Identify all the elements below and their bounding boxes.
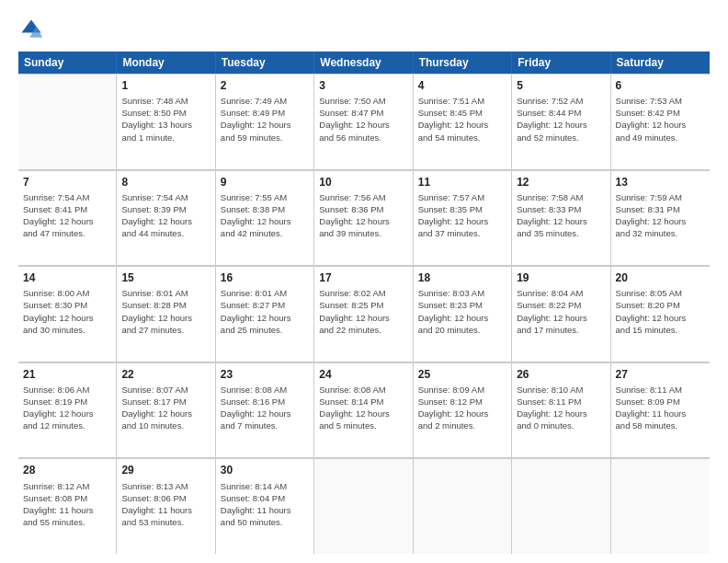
calendar-row-1: 7Sunrise: 7:54 AM Sunset: 8:41 PM Daylig…: [18, 170, 710, 267]
calendar-cell: [611, 458, 710, 554]
header: [18, 17, 710, 42]
calendar-cell: 5Sunrise: 7:52 AM Sunset: 8:44 PM Daylig…: [512, 74, 610, 169]
weekday-header-sunday: Sunday: [18, 52, 117, 74]
day-info: Sunrise: 8:01 AM Sunset: 8:27 PM Dayligh…: [221, 287, 309, 335]
calendar-cell: 16Sunrise: 8:01 AM Sunset: 8:27 PM Dayli…: [216, 266, 314, 362]
calendar-cell: 20Sunrise: 8:05 AM Sunset: 8:20 PM Dayli…: [611, 266, 710, 362]
day-info: Sunrise: 8:00 AM Sunset: 8:30 PM Dayligh…: [23, 287, 111, 335]
day-info: Sunrise: 7:51 AM Sunset: 8:45 PM Dayligh…: [418, 95, 506, 143]
weekday-header-friday: Friday: [512, 52, 610, 74]
calendar-cell: [512, 458, 610, 554]
day-number: 26: [517, 367, 605, 382]
day-info: Sunrise: 8:07 AM Sunset: 8:17 PM Dayligh…: [121, 384, 210, 431]
day-number: 24: [319, 367, 407, 382]
calendar-cell: 15Sunrise: 8:01 AM Sunset: 8:28 PM Dayli…: [117, 266, 215, 362]
day-info: Sunrise: 7:58 AM Sunset: 8:33 PM Dayligh…: [517, 191, 605, 239]
calendar-cell: 3Sunrise: 7:50 AM Sunset: 8:47 PM Daylig…: [314, 74, 413, 169]
calendar-cell: 14Sunrise: 8:00 AM Sunset: 8:30 PM Dayli…: [18, 266, 117, 362]
calendar-cell: 11Sunrise: 7:57 AM Sunset: 8:35 PM Dayli…: [414, 170, 512, 266]
day-info: Sunrise: 8:12 AM Sunset: 8:08 PM Dayligh…: [23, 480, 111, 528]
calendar: SundayMondayTuesdayWednesdayThursdayFrid…: [18, 52, 710, 554]
day-number: 2: [221, 78, 309, 93]
calendar-cell: 19Sunrise: 8:04 AM Sunset: 8:22 PM Dayli…: [512, 266, 610, 362]
calendar-body: 1Sunrise: 7:48 AM Sunset: 8:50 PM Daylig…: [18, 74, 710, 554]
day-number: 30: [221, 463, 309, 477]
day-number: 3: [319, 78, 407, 93]
day-number: 27: [616, 367, 705, 382]
calendar-cell: 23Sunrise: 8:08 AM Sunset: 8:16 PM Dayli…: [216, 362, 314, 458]
calendar-cell: 10Sunrise: 7:56 AM Sunset: 8:36 PM Dayli…: [314, 170, 413, 266]
calendar-row-3: 21Sunrise: 8:06 AM Sunset: 8:19 PM Dayli…: [18, 362, 710, 459]
calendar-cell: 28Sunrise: 8:12 AM Sunset: 8:08 PM Dayli…: [18, 458, 117, 554]
day-number: 5: [517, 78, 605, 93]
day-info: Sunrise: 7:52 AM Sunset: 8:44 PM Dayligh…: [517, 95, 605, 143]
calendar-row-2: 14Sunrise: 8:00 AM Sunset: 8:30 PM Dayli…: [18, 266, 710, 362]
day-info: Sunrise: 8:05 AM Sunset: 8:20 PM Dayligh…: [616, 287, 705, 335]
day-number: 21: [23, 367, 111, 382]
day-info: Sunrise: 7:49 AM Sunset: 8:49 PM Dayligh…: [221, 95, 309, 143]
calendar-cell: 24Sunrise: 8:08 AM Sunset: 8:14 PM Dayli…: [314, 362, 413, 458]
day-info: Sunrise: 7:56 AM Sunset: 8:36 PM Dayligh…: [319, 191, 407, 239]
day-number: 18: [418, 270, 506, 285]
calendar-cell: 8Sunrise: 7:54 AM Sunset: 8:39 PM Daylig…: [117, 170, 215, 266]
day-info: Sunrise: 8:04 AM Sunset: 8:22 PM Dayligh…: [517, 287, 605, 335]
day-info: Sunrise: 8:06 AM Sunset: 8:19 PM Dayligh…: [23, 384, 111, 431]
day-info: Sunrise: 8:01 AM Sunset: 8:28 PM Dayligh…: [121, 287, 210, 335]
calendar-cell: 13Sunrise: 7:59 AM Sunset: 8:31 PM Dayli…: [611, 170, 710, 266]
day-number: 7: [23, 175, 111, 190]
day-number: 17: [319, 270, 407, 285]
weekday-header-wednesday: Wednesday: [314, 52, 413, 74]
day-info: Sunrise: 8:09 AM Sunset: 8:12 PM Dayligh…: [418, 384, 506, 431]
logo: [18, 17, 48, 42]
day-number: 13: [616, 175, 705, 190]
day-info: Sunrise: 8:08 AM Sunset: 8:16 PM Dayligh…: [221, 384, 309, 431]
calendar-cell: 21Sunrise: 8:06 AM Sunset: 8:19 PM Dayli…: [18, 362, 117, 458]
day-info: Sunrise: 8:08 AM Sunset: 8:14 PM Dayligh…: [319, 384, 407, 431]
calendar-cell: 25Sunrise: 8:09 AM Sunset: 8:12 PM Dayli…: [414, 362, 512, 458]
day-number: 11: [418, 175, 506, 190]
calendar-cell: 4Sunrise: 7:51 AM Sunset: 8:45 PM Daylig…: [414, 74, 512, 169]
calendar-cell: 26Sunrise: 8:10 AM Sunset: 8:11 PM Dayli…: [512, 362, 610, 458]
calendar-cell: 1Sunrise: 7:48 AM Sunset: 8:50 PM Daylig…: [117, 74, 215, 169]
day-number: 6: [616, 78, 705, 93]
day-number: 15: [121, 270, 210, 285]
day-number: 25: [418, 367, 506, 382]
day-number: 10: [319, 175, 407, 190]
day-number: 28: [23, 463, 111, 477]
day-info: Sunrise: 8:13 AM Sunset: 8:06 PM Dayligh…: [121, 480, 210, 528]
page: SundayMondayTuesdayWednesdayThursdayFrid…: [0, 0, 728, 563]
day-number: 14: [23, 270, 111, 285]
day-number: 1: [121, 78, 210, 93]
day-number: 29: [121, 463, 210, 477]
day-number: 9: [221, 175, 309, 190]
logo-icon: [18, 17, 44, 42]
weekday-header-saturday: Saturday: [611, 52, 710, 74]
calendar-cell: 9Sunrise: 7:55 AM Sunset: 8:38 PM Daylig…: [216, 170, 314, 266]
day-info: Sunrise: 8:14 AM Sunset: 8:04 PM Dayligh…: [221, 480, 309, 528]
day-info: Sunrise: 8:10 AM Sunset: 8:11 PM Dayligh…: [517, 384, 605, 431]
calendar-row-4: 28Sunrise: 8:12 AM Sunset: 8:08 PM Dayli…: [18, 458, 710, 554]
calendar-cell: 6Sunrise: 7:53 AM Sunset: 8:42 PM Daylig…: [611, 74, 710, 169]
day-info: Sunrise: 7:54 AM Sunset: 8:39 PM Dayligh…: [121, 191, 210, 239]
calendar-cell: 7Sunrise: 7:54 AM Sunset: 8:41 PM Daylig…: [18, 170, 117, 266]
day-number: 22: [121, 367, 210, 382]
calendar-cell: 22Sunrise: 8:07 AM Sunset: 8:17 PM Dayli…: [117, 362, 215, 458]
calendar-cell: 12Sunrise: 7:58 AM Sunset: 8:33 PM Dayli…: [512, 170, 610, 266]
day-number: 8: [121, 175, 210, 190]
day-number: 16: [221, 270, 309, 285]
weekday-header-monday: Monday: [117, 52, 215, 74]
day-info: Sunrise: 7:50 AM Sunset: 8:47 PM Dayligh…: [319, 95, 407, 143]
calendar-cell: [414, 458, 512, 554]
day-number: 20: [616, 270, 705, 285]
day-number: 12: [517, 175, 605, 190]
calendar-header: SundayMondayTuesdayWednesdayThursdayFrid…: [18, 52, 710, 74]
day-info: Sunrise: 7:57 AM Sunset: 8:35 PM Dayligh…: [418, 191, 506, 239]
day-info: Sunrise: 7:53 AM Sunset: 8:42 PM Dayligh…: [616, 95, 705, 143]
weekday-header-tuesday: Tuesday: [216, 52, 314, 74]
day-info: Sunrise: 7:54 AM Sunset: 8:41 PM Dayligh…: [23, 191, 111, 239]
calendar-cell: 18Sunrise: 8:03 AM Sunset: 8:23 PM Dayli…: [414, 266, 512, 362]
calendar-cell: 30Sunrise: 8:14 AM Sunset: 8:04 PM Dayli…: [216, 458, 314, 554]
day-info: Sunrise: 8:02 AM Sunset: 8:25 PM Dayligh…: [319, 287, 407, 335]
calendar-cell: [18, 74, 117, 169]
calendar-cell: 2Sunrise: 7:49 AM Sunset: 8:49 PM Daylig…: [216, 74, 314, 169]
